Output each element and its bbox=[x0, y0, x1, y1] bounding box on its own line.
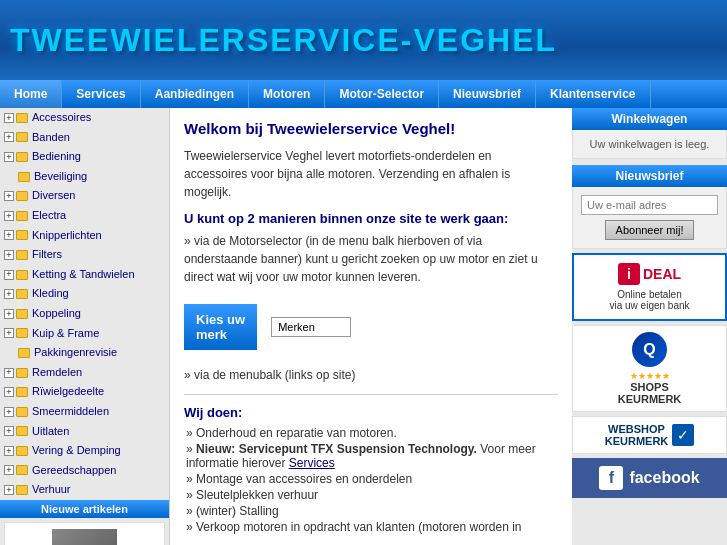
intro-text: Tweewielerservice Veghel levert motorfie… bbox=[184, 147, 558, 201]
sidebar-item-riwiel[interactable]: + Rïwielgedeelte bbox=[0, 382, 169, 402]
sidebar-item-knipperlichten[interactable]: + Knipperlichten bbox=[0, 226, 169, 246]
sidebar-label: Uitlaten bbox=[32, 423, 69, 441]
nav-motor-selector[interactable]: Motor-Selector bbox=[325, 80, 439, 108]
divider bbox=[184, 394, 558, 395]
webshop-box: WEBSHOP KEURMERK ✓ bbox=[572, 416, 727, 454]
email-input[interactable] bbox=[581, 195, 718, 215]
sidebar-item-ketting[interactable]: + Ketting & Tandwielen bbox=[0, 265, 169, 285]
folder-icon bbox=[16, 446, 28, 456]
subscribe-button[interactable]: Abonneer mij! bbox=[605, 220, 695, 240]
expand-icon[interactable]: + bbox=[4, 191, 14, 201]
sidebar-label: Smeermiddelen bbox=[32, 403, 109, 421]
list-item-2: » Nieuw: Servicepunt TFX Suspension Tech… bbox=[184, 442, 558, 470]
motor-selector-widget: Kies uwmerk Merken bbox=[184, 296, 558, 358]
folder-icon bbox=[16, 485, 28, 495]
expand-icon[interactable]: + bbox=[4, 407, 14, 417]
shops-stars: ★★★★★ bbox=[579, 371, 720, 381]
shops-label: SHOPS bbox=[579, 381, 720, 393]
expand-icon[interactable]: + bbox=[4, 485, 14, 495]
shops-keurmerk: KEURMERK bbox=[579, 393, 720, 405]
sidebar-item-accessoires[interactable]: + Accessoires bbox=[0, 108, 169, 128]
sidebar-item-gereedschappen[interactable]: + Gereedschappen bbox=[0, 461, 169, 481]
facebook-f-icon: f bbox=[599, 466, 623, 490]
expand-icon[interactable]: + bbox=[4, 426, 14, 436]
folder-icon bbox=[16, 465, 28, 475]
header: TWEEWIELERSERVICE-VEGHEL bbox=[0, 0, 727, 80]
folder-icon bbox=[16, 250, 28, 260]
sidebar-item-uitlaten[interactable]: + Uitlaten bbox=[0, 422, 169, 442]
expand-icon[interactable]: + bbox=[4, 230, 14, 240]
how-to-heading: U kunt op 2 manieren binnen onze site te… bbox=[184, 211, 558, 226]
folder-icon bbox=[16, 289, 28, 299]
expand-icon[interactable]: + bbox=[4, 309, 14, 319]
sidebar-product[interactable]: Dynojet Powercommander V Honda XL 1000 V bbox=[4, 522, 165, 545]
cart-empty-text: Uw winkelwagen is leeg. bbox=[590, 138, 710, 150]
sidebar-item-smeermiddelen[interactable]: + Smeermiddelen bbox=[0, 402, 169, 422]
sidebar-item-verhuur[interactable]: + Verhuur bbox=[0, 480, 169, 500]
expand-icon[interactable]: + bbox=[4, 368, 14, 378]
sidebar-item-diversen[interactable]: + Diversen bbox=[0, 186, 169, 206]
expand-icon[interactable]: + bbox=[4, 211, 14, 221]
sidebar: + Accessoires + Banden + Bediening Bevei… bbox=[0, 108, 170, 545]
facebook-label: facebook bbox=[629, 469, 699, 487]
folder-icon bbox=[18, 348, 30, 358]
sidebar-label: Verhuur bbox=[32, 481, 71, 499]
nav-services[interactable]: Services bbox=[62, 80, 140, 108]
folder-icon bbox=[16, 407, 28, 417]
folder-icon bbox=[16, 328, 28, 338]
sidebar-label: Bediening bbox=[32, 148, 81, 166]
sidebar-item-filters[interactable]: + Filters bbox=[0, 245, 169, 265]
expand-icon[interactable]: + bbox=[4, 446, 14, 456]
via-menu-text: » via de menubalk (links op site) bbox=[184, 366, 558, 384]
q-logo: Q bbox=[632, 332, 667, 367]
sidebar-label: Pakkingenrevisie bbox=[34, 344, 117, 362]
expand-icon[interactable]: + bbox=[4, 328, 14, 338]
ideal-deal: DEAL bbox=[643, 266, 681, 282]
sidebar-item-vering[interactable]: + Vering & Demping bbox=[0, 441, 169, 461]
sidebar-item-electra[interactable]: + Electra bbox=[0, 206, 169, 226]
expand-icon[interactable]: + bbox=[4, 132, 14, 142]
expand-icon[interactable]: + bbox=[4, 152, 14, 162]
sidebar-label: Filters bbox=[32, 246, 62, 264]
sidebar-new-articles: Nieuwe artikelen bbox=[0, 500, 169, 518]
list-item-4: » Sleutelplekken verhuur bbox=[184, 488, 558, 502]
facebook-box[interactable]: f facebook bbox=[572, 458, 727, 498]
folder-icon bbox=[16, 270, 28, 280]
sidebar-label: Remdelen bbox=[32, 364, 82, 382]
expand-icon[interactable]: + bbox=[4, 289, 14, 299]
sidebar-item-remdelen[interactable]: + Remdelen bbox=[0, 363, 169, 383]
nieuwsbrief-header: Nieuwsbrief bbox=[572, 165, 727, 187]
services-link[interactable]: Services bbox=[289, 456, 335, 470]
expand-icon[interactable]: + bbox=[4, 270, 14, 280]
ideal-box: i DEAL Online betalen via uw eigen bank bbox=[572, 253, 727, 321]
sidebar-item-koppeling[interactable]: + Koppeling bbox=[0, 304, 169, 324]
sidebar-item-kuip[interactable]: + Kuip & Frame bbox=[0, 324, 169, 344]
product-image bbox=[52, 529, 117, 545]
check-badge: ✓ bbox=[672, 424, 694, 446]
folder-icon bbox=[16, 191, 28, 201]
expand-icon[interactable]: + bbox=[4, 250, 14, 260]
expand-icon[interactable]: + bbox=[4, 387, 14, 397]
nav-motoren[interactable]: Motoren bbox=[249, 80, 325, 108]
nav-aanbiedingen[interactable]: Aanbiedingen bbox=[141, 80, 249, 108]
nav-nieuwsbrief[interactable]: Nieuwsbrief bbox=[439, 80, 536, 108]
webshop-text-wrapper: WEBSHOP KEURMERK bbox=[605, 423, 669, 447]
sidebar-item-pakkingen[interactable]: Pakkingenrevisie bbox=[0, 343, 169, 363]
nav-klantenservice[interactable]: Klantenservice bbox=[536, 80, 650, 108]
nav-home[interactable]: Home bbox=[0, 80, 62, 108]
sidebar-item-kleding[interactable]: + Kleding bbox=[0, 284, 169, 304]
sidebar-item-beveiliging[interactable]: Beveiliging bbox=[0, 167, 169, 187]
sidebar-item-banden[interactable]: + Banden bbox=[0, 128, 169, 148]
list-item-1: » Onderhoud en reparatie van motoren. bbox=[184, 426, 558, 440]
sidebar-label: Ketting & Tandwielen bbox=[32, 266, 135, 284]
sidebar-label: Vering & Demping bbox=[32, 442, 121, 460]
sidebar-item-bediening[interactable]: + Bediening bbox=[0, 147, 169, 167]
folder-icon bbox=[18, 172, 30, 182]
expand-icon[interactable]: + bbox=[4, 113, 14, 123]
sidebar-label: Accessoires bbox=[32, 109, 91, 127]
merken-select[interactable]: Merken bbox=[271, 317, 351, 337]
shops-box: Q ★★★★★ SHOPS KEURMERK bbox=[572, 325, 727, 412]
sidebar-label: Kleding bbox=[32, 285, 69, 303]
expand-icon[interactable]: + bbox=[4, 465, 14, 475]
cart-body: Uw winkelwagen is leeg. bbox=[572, 130, 727, 159]
